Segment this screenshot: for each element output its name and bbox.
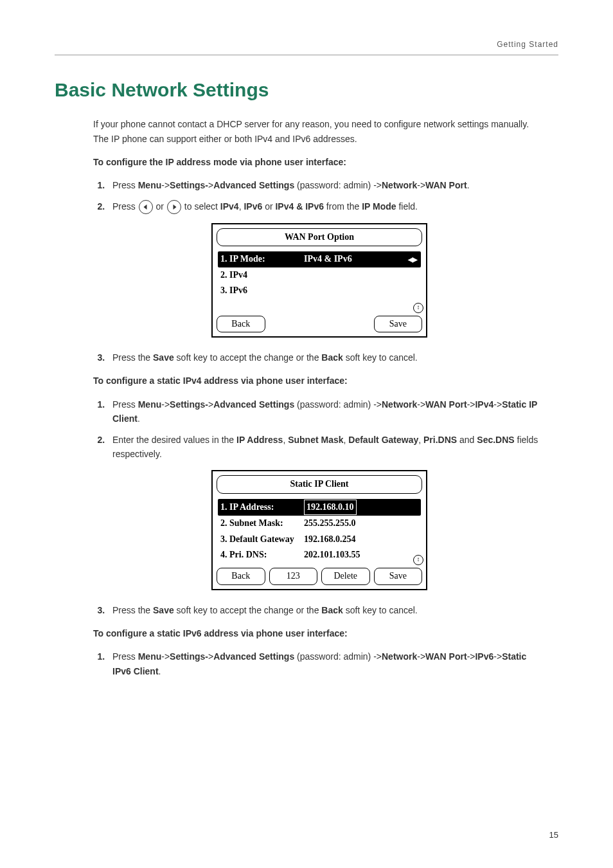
screen-title: WAN Port Option (217, 228, 422, 246)
menu-path: Network (382, 180, 417, 190)
text: -> (467, 651, 475, 662)
section2-heading: To configure a static IPv4 address via p… (93, 374, 546, 388)
value-box: 192.168.0.10 (304, 500, 357, 515)
row-value: 255.255.255.0 (304, 516, 418, 530)
screen-title: Static IP Client (217, 475, 422, 493)
text: > (208, 651, 213, 662)
section2-steps-cont: Press the Save soft key to accept the ch… (93, 603, 546, 617)
left-right-indicator-icon: ◀▶ (408, 255, 418, 265)
menu-path: Settings- (170, 399, 208, 410)
text: Press the (112, 605, 153, 615)
row-key: 3. IPv6 (220, 284, 304, 298)
section3-heading: To configure a static IPv6 address via p… (93, 626, 546, 640)
text: Press (112, 201, 138, 212)
softkey-123: 123 (269, 568, 318, 584)
text: (password: admin) -> (294, 399, 382, 410)
menu-row: 2. IPv4 (218, 267, 421, 283)
text: from the (324, 201, 362, 212)
field-name: Subnet Mask (288, 435, 343, 445)
menu-path: Menu (138, 180, 162, 190)
field-name: IP Mode (362, 201, 396, 212)
text: -> (417, 399, 425, 410)
text: soft key to accept the change or the (174, 605, 322, 615)
row-value: IPv4 & IPv6 (304, 252, 408, 266)
softkey-back: Back (217, 316, 265, 332)
section3-step1: Press Menu->Settings->Advanced Settings … (107, 649, 546, 678)
menu-path: Settings- (170, 651, 208, 662)
text: -> (161, 651, 170, 662)
left-arrow-icon (139, 200, 153, 214)
scroll-indicator-icon: ↕ (413, 303, 423, 313)
text: -> (493, 399, 502, 410)
softkey-name: Back (321, 605, 342, 615)
softkey-delete: Delete (321, 568, 370, 584)
screen-body: 1. IP Address: 192.168.0.10 2. Subnet Ma… (217, 498, 422, 565)
text: , (418, 435, 423, 445)
row-key: 4. Pri. DNS: (220, 548, 304, 562)
row-value: 192.168.0.254 (304, 532, 418, 547)
text: soft key to cancel. (343, 352, 418, 363)
section1-steps-cont: Press the Save soft key to accept the ch… (93, 350, 546, 365)
row-value: 192.168.0.10 (304, 500, 418, 515)
menu-row-selected: 1. IP Mode: IPv4 & IPv6 ◀▶ (218, 251, 421, 267)
menu-row: 4. Pri. DNS: 202.101.103.55 (218, 547, 421, 563)
row-key: 2. IPv4 (220, 268, 304, 282)
text: -> (417, 180, 425, 190)
text: . (467, 180, 470, 190)
text: Press (112, 399, 138, 410)
row-value: 202.101.103.55 (304, 548, 418, 562)
option: IPv6 (244, 201, 262, 212)
screen-body: 1. IP Mode: IPv4 & IPv6 ◀▶ 2. IPv4 3. IP… (217, 250, 422, 311)
section1-step1: Press Menu->Settings->Advanced Settings … (107, 178, 546, 192)
menu-path: Menu (138, 399, 162, 410)
softkey-back: Back (217, 568, 265, 584)
softkey-save: Save (374, 568, 423, 584)
section1-steps: Press Menu->Settings->Advanced Settings … (93, 178, 546, 214)
section3-steps: Press Menu->Settings->Advanced Settings … (93, 649, 546, 678)
softkey-name: Save (153, 605, 174, 615)
menu-row: 3. Default Gateway 192.168.0.254 (218, 532, 421, 547)
option: IPv4 (220, 201, 239, 212)
text: -> (417, 651, 425, 662)
section1-heading: To configure the IP address mode via pho… (93, 155, 546, 169)
text: -> (467, 399, 475, 410)
field-name: Default Gateway (348, 435, 418, 445)
menu-path: WAN Port (425, 180, 467, 190)
menu-row-selected: 1. IP Address: 192.168.0.10 (218, 499, 421, 516)
softkey-save: Save (374, 316, 423, 332)
menu-path: IPv6 (475, 651, 493, 662)
row-key: 1. IP Mode: (220, 252, 304, 266)
phone-screen-static-ip: Static IP Client 1. IP Address: 192.168.… (211, 470, 427, 590)
phone-screen-wan-port: WAN Port Option 1. IP Mode: IPv4 & IPv6 … (211, 223, 427, 338)
row-key: 1. IP Address: (220, 500, 304, 514)
menu-path: Advanced Settings (213, 399, 294, 410)
page-title: Basic Network Settings (55, 75, 558, 105)
text: Press the (112, 352, 153, 363)
text: (password: admin) -> (294, 651, 382, 662)
section2-step1: Press Menu->Settings->Advanced Settings … (107, 397, 546, 426)
field-name: IP Address (236, 435, 283, 445)
menu-path: Network (382, 651, 417, 662)
section2-step3: Press the Save soft key to accept the ch… (107, 603, 546, 617)
menu-row: 3. IPv6 (218, 283, 421, 298)
softkey-bar: Back Save (217, 316, 422, 332)
intro-paragraph: If your phone cannot contact a DHCP serv… (93, 117, 546, 146)
menu-path: Menu (138, 651, 162, 662)
text: -> (161, 180, 170, 190)
menu-path: WAN Port (425, 651, 467, 662)
menu-path: Advanced Settings (213, 180, 294, 190)
text: -> (493, 651, 502, 662)
field-name: Pri.DNS (423, 435, 457, 445)
text: or (154, 201, 166, 212)
text: field. (396, 201, 418, 212)
text: > (208, 399, 213, 410)
text: and (457, 435, 477, 445)
section2-step2: Enter the desired values in the IP Addre… (107, 433, 546, 462)
option: IPv4 & IPv6 (275, 201, 324, 212)
text: to select (182, 201, 220, 212)
text: or (262, 201, 275, 212)
text: -> (161, 399, 170, 410)
softkey-name: Back (321, 352, 342, 363)
softkey-bar: Back 123 Delete Save (217, 568, 422, 584)
text: Enter the desired values in the (112, 435, 236, 445)
